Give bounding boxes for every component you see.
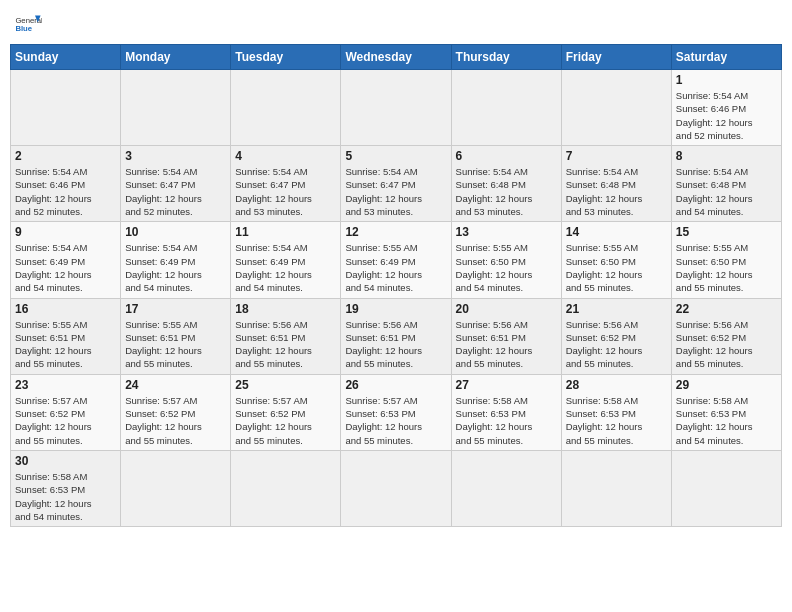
calendar-cell: 15Sunrise: 5:55 AMSunset: 6:50 PMDayligh… [671,222,781,298]
day-info: Sunrise: 5:54 AMSunset: 6:46 PMDaylight:… [15,165,116,218]
calendar-cell: 2Sunrise: 5:54 AMSunset: 6:46 PMDaylight… [11,146,121,222]
calendar-cell: 28Sunrise: 5:58 AMSunset: 6:53 PMDayligh… [561,374,671,450]
day-number: 13 [456,225,557,239]
day-number: 1 [676,73,777,87]
logo: General Blue [14,10,42,38]
calendar-cell: 18Sunrise: 5:56 AMSunset: 6:51 PMDayligh… [231,298,341,374]
day-number: 16 [15,302,116,316]
calendar-cell: 1Sunrise: 5:54 AMSunset: 6:46 PMDaylight… [671,70,781,146]
day-info: Sunrise: 5:57 AMSunset: 6:53 PMDaylight:… [345,394,446,447]
calendar-cell: 29Sunrise: 5:58 AMSunset: 6:53 PMDayligh… [671,374,781,450]
calendar-week-row: 16Sunrise: 5:55 AMSunset: 6:51 PMDayligh… [11,298,782,374]
day-info: Sunrise: 5:56 AMSunset: 6:51 PMDaylight:… [345,318,446,371]
logo-icon: General Blue [14,10,42,38]
calendar-cell [451,450,561,526]
day-number: 14 [566,225,667,239]
calendar-cell: 17Sunrise: 5:55 AMSunset: 6:51 PMDayligh… [121,298,231,374]
day-info: Sunrise: 5:54 AMSunset: 6:46 PMDaylight:… [676,89,777,142]
day-number: 3 [125,149,226,163]
calendar-cell: 13Sunrise: 5:55 AMSunset: 6:50 PMDayligh… [451,222,561,298]
weekday-header-tuesday: Tuesday [231,45,341,70]
day-info: Sunrise: 5:54 AMSunset: 6:49 PMDaylight:… [15,241,116,294]
day-number: 5 [345,149,446,163]
calendar-cell: 9Sunrise: 5:54 AMSunset: 6:49 PMDaylight… [11,222,121,298]
day-info: Sunrise: 5:54 AMSunset: 6:48 PMDaylight:… [676,165,777,218]
day-number: 19 [345,302,446,316]
calendar-cell: 25Sunrise: 5:57 AMSunset: 6:52 PMDayligh… [231,374,341,450]
calendar-cell: 12Sunrise: 5:55 AMSunset: 6:49 PMDayligh… [341,222,451,298]
calendar-cell: 16Sunrise: 5:55 AMSunset: 6:51 PMDayligh… [11,298,121,374]
calendar-cell: 11Sunrise: 5:54 AMSunset: 6:49 PMDayligh… [231,222,341,298]
day-info: Sunrise: 5:55 AMSunset: 6:51 PMDaylight:… [15,318,116,371]
day-info: Sunrise: 5:56 AMSunset: 6:52 PMDaylight:… [566,318,667,371]
day-number: 2 [15,149,116,163]
calendar-cell: 3Sunrise: 5:54 AMSunset: 6:47 PMDaylight… [121,146,231,222]
calendar-cell: 24Sunrise: 5:57 AMSunset: 6:52 PMDayligh… [121,374,231,450]
day-info: Sunrise: 5:54 AMSunset: 6:49 PMDaylight:… [235,241,336,294]
day-number: 23 [15,378,116,392]
day-number: 12 [345,225,446,239]
weekday-header-friday: Friday [561,45,671,70]
day-number: 21 [566,302,667,316]
day-number: 9 [15,225,116,239]
day-info: Sunrise: 5:56 AMSunset: 6:51 PMDaylight:… [456,318,557,371]
weekday-header-thursday: Thursday [451,45,561,70]
calendar-cell: 27Sunrise: 5:58 AMSunset: 6:53 PMDayligh… [451,374,561,450]
day-number: 28 [566,378,667,392]
calendar-cell: 14Sunrise: 5:55 AMSunset: 6:50 PMDayligh… [561,222,671,298]
day-number: 10 [125,225,226,239]
day-info: Sunrise: 5:58 AMSunset: 6:53 PMDaylight:… [676,394,777,447]
calendar-cell: 20Sunrise: 5:56 AMSunset: 6:51 PMDayligh… [451,298,561,374]
svg-text:Blue: Blue [15,24,32,33]
day-number: 11 [235,225,336,239]
calendar-week-row: 9Sunrise: 5:54 AMSunset: 6:49 PMDaylight… [11,222,782,298]
calendar-cell: 7Sunrise: 5:54 AMSunset: 6:48 PMDaylight… [561,146,671,222]
day-number: 22 [676,302,777,316]
day-number: 4 [235,149,336,163]
weekday-header-wednesday: Wednesday [341,45,451,70]
day-number: 18 [235,302,336,316]
calendar-week-row: 30Sunrise: 5:58 AMSunset: 6:53 PMDayligh… [11,450,782,526]
weekday-header-saturday: Saturday [671,45,781,70]
calendar-header: SundayMondayTuesdayWednesdayThursdayFrid… [11,45,782,70]
day-info: Sunrise: 5:57 AMSunset: 6:52 PMDaylight:… [235,394,336,447]
day-number: 26 [345,378,446,392]
day-number: 8 [676,149,777,163]
day-info: Sunrise: 5:54 AMSunset: 6:47 PMDaylight:… [125,165,226,218]
calendar-cell [231,450,341,526]
calendar-week-row: 23Sunrise: 5:57 AMSunset: 6:52 PMDayligh… [11,374,782,450]
day-info: Sunrise: 5:54 AMSunset: 6:47 PMDaylight:… [235,165,336,218]
calendar-cell [341,450,451,526]
day-info: Sunrise: 5:54 AMSunset: 6:47 PMDaylight:… [345,165,446,218]
calendar-cell: 19Sunrise: 5:56 AMSunset: 6:51 PMDayligh… [341,298,451,374]
day-number: 6 [456,149,557,163]
calendar-cell [671,450,781,526]
calendar-cell: 8Sunrise: 5:54 AMSunset: 6:48 PMDaylight… [671,146,781,222]
day-number: 30 [15,454,116,468]
day-info: Sunrise: 5:55 AMSunset: 6:49 PMDaylight:… [345,241,446,294]
calendar-week-row: 2Sunrise: 5:54 AMSunset: 6:46 PMDaylight… [11,146,782,222]
calendar-cell [451,70,561,146]
day-number: 25 [235,378,336,392]
calendar-table: SundayMondayTuesdayWednesdayThursdayFrid… [10,44,782,527]
calendar-cell [561,450,671,526]
calendar-cell: 10Sunrise: 5:54 AMSunset: 6:49 PMDayligh… [121,222,231,298]
calendar-cell [11,70,121,146]
day-info: Sunrise: 5:57 AMSunset: 6:52 PMDaylight:… [15,394,116,447]
day-info: Sunrise: 5:56 AMSunset: 6:51 PMDaylight:… [235,318,336,371]
weekday-header-monday: Monday [121,45,231,70]
weekday-header-row: SundayMondayTuesdayWednesdayThursdayFrid… [11,45,782,70]
day-info: Sunrise: 5:55 AMSunset: 6:50 PMDaylight:… [676,241,777,294]
calendar-body: 1Sunrise: 5:54 AMSunset: 6:46 PMDaylight… [11,70,782,527]
day-info: Sunrise: 5:58 AMSunset: 6:53 PMDaylight:… [456,394,557,447]
day-info: Sunrise: 5:58 AMSunset: 6:53 PMDaylight:… [566,394,667,447]
calendar-week-row: 1Sunrise: 5:54 AMSunset: 6:46 PMDaylight… [11,70,782,146]
day-info: Sunrise: 5:54 AMSunset: 6:48 PMDaylight:… [566,165,667,218]
day-info: Sunrise: 5:56 AMSunset: 6:52 PMDaylight:… [676,318,777,371]
calendar-cell: 26Sunrise: 5:57 AMSunset: 6:53 PMDayligh… [341,374,451,450]
calendar-cell: 21Sunrise: 5:56 AMSunset: 6:52 PMDayligh… [561,298,671,374]
calendar-cell: 23Sunrise: 5:57 AMSunset: 6:52 PMDayligh… [11,374,121,450]
weekday-header-sunday: Sunday [11,45,121,70]
page-header: General Blue [10,10,782,38]
day-info: Sunrise: 5:54 AMSunset: 6:49 PMDaylight:… [125,241,226,294]
